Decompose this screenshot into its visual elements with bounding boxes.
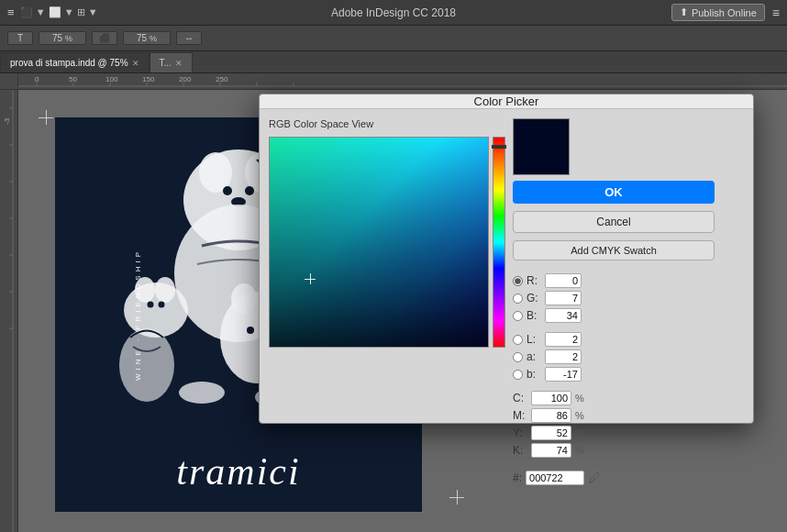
dialog-title: Color Picker [474,94,539,108]
hue-indicator [492,145,506,149]
hue-strip[interactable] [493,137,505,348]
ruler-corner [0,73,18,90]
m-label: M: [513,409,527,422]
menu-icon[interactable]: ≡ [772,6,780,20]
svg-text:0: 0 [35,75,39,83]
eyedropper-icon[interactable]: 🖊 [588,471,601,485]
svg-point-27 [223,186,232,195]
top-bar-right: ⬆ Publish Online ≡ [671,4,787,21]
svg-text:-3: -3 [3,117,11,125]
tabs-row: prova di stampa.indd @ 75% ✕ T... ✕ [0,51,787,73]
tab-1[interactable]: T... ✕ [150,52,193,72]
svg-point-37 [159,302,165,308]
tab-close-1[interactable]: ✕ [175,59,183,68]
y-pct: % [575,427,584,438]
color-preview-box [513,118,570,175]
color-space-label: RGB Color Space View [269,118,505,129]
svg-point-28 [245,186,254,195]
add-swatch-button[interactable]: Add CMYK Swatch [513,240,715,260]
svg-text:100: 100 [105,75,118,83]
b-input[interactable] [545,308,582,323]
publish-online-button[interactable]: ⬆ Publish Online [671,4,765,21]
m-pct: % [575,410,584,421]
k-input[interactable] [531,443,571,458]
svg-point-46 [179,382,225,404]
svg-point-34 [135,277,155,303]
toolbar-item-1[interactable]: T [7,31,33,45]
m-row: M: % [513,408,715,423]
dialog-body: RGB Color Space View OK Cancel [260,109,753,494]
l-radio[interactable] [513,335,523,345]
svg-point-39 [231,283,257,315]
k-row: K: % [513,443,715,458]
y-row: Y: % [513,426,715,440]
l-input[interactable] [545,332,582,347]
c-pct: % [575,393,584,404]
toolbar-icons: ⬛ ▼ ⬜ ▼ ⊞ ▼ [20,6,98,18]
g-label: G: [527,292,541,305]
a-label: a: [527,350,541,363]
picker-left: RGB Color Space View [269,118,505,485]
a-row: a: [513,349,715,364]
b2-input[interactable] [545,367,582,382]
svg-text:150: 150 [142,75,155,83]
toolbar-item-3[interactable]: ⬛ [92,31,117,45]
top-bar: ≡ ⬛ ▼ ⬜ ▼ ⊞ ▼ Adobe InDesign CC 2018 ⬆ P… [0,0,787,26]
gradient-box[interactable] [269,137,489,348]
r-input[interactable] [545,273,582,288]
b-label: B: [527,309,541,322]
y-input[interactable] [531,426,571,440]
tab-0[interactable]: prova di stampa.indd @ 75% ✕ [0,52,150,72]
b-row: B: [513,308,715,323]
toolbar-item-5[interactable]: ↔ [176,31,202,45]
c-label: C: [513,392,527,405]
hex-input[interactable] [526,471,584,485]
rgb-section: R: G: B: [513,273,715,323]
a-radio[interactable] [513,352,523,362]
color-picker-dialog: Color Picker RGB Color Space View [259,94,754,424]
top-bar-left: ≡ ⬛ ▼ ⬜ ▼ ⊞ ▼ [0,6,98,19]
ok-button[interactable]: OK [513,181,715,204]
g-input[interactable] [545,291,582,305]
r-radio[interactable] [513,276,523,286]
b2-label: b: [527,368,541,381]
dialog-title-bar: Color Picker [260,94,753,109]
ruler-horizontal: 0 50 100 150 200 250 [18,73,787,90]
l-row: L: [513,332,715,347]
m-input[interactable] [531,408,571,423]
app-title: Adobe InDesign CC 2018 [331,6,456,19]
r-row: R: [513,273,715,288]
tab-close-0[interactable]: ✕ [132,59,139,68]
svg-text:250: 250 [216,75,228,83]
toolbar-item-4[interactable]: 75 % [123,31,171,45]
r-label: R: [527,274,541,287]
hex-row: #: 🖊 [513,471,715,485]
app-menu-icon[interactable]: ≡ [7,6,15,19]
crosshair-tl [39,110,53,125]
a-input[interactable] [545,349,582,364]
toolbar-item-2[interactable]: 75 % [39,31,86,45]
cancel-button[interactable]: Cancel [513,211,715,233]
k-pct: % [575,445,584,456]
gradient-dark [270,138,488,347]
hex-hash: #: [513,471,522,484]
svg-text:200: 200 [179,75,192,83]
b2-row: b: [513,367,715,382]
picker-area [269,137,505,348]
svg-point-35 [155,277,175,303]
toolbar: T 75 % ⬛ 75 % ↔ [0,26,787,51]
svg-text:50: 50 [69,75,77,83]
svg-point-36 [148,302,154,308]
c-row: C: % [513,391,715,405]
l-label: L: [527,333,541,346]
k-label: K: [513,444,527,457]
cmyk-section: C: % M: % Y: % K: [513,391,715,458]
svg-point-48 [119,328,174,402]
b2-radio[interactable] [513,370,523,380]
main-area: 0 50 100 150 200 250 -3 WINE · FRIE [0,73,787,532]
b-radio[interactable] [513,311,523,321]
c-input[interactable] [531,391,571,405]
g-radio[interactable] [513,294,523,304]
ruler-v-svg: -3 [0,90,18,532]
upload-icon: ⬆ [680,6,688,18]
